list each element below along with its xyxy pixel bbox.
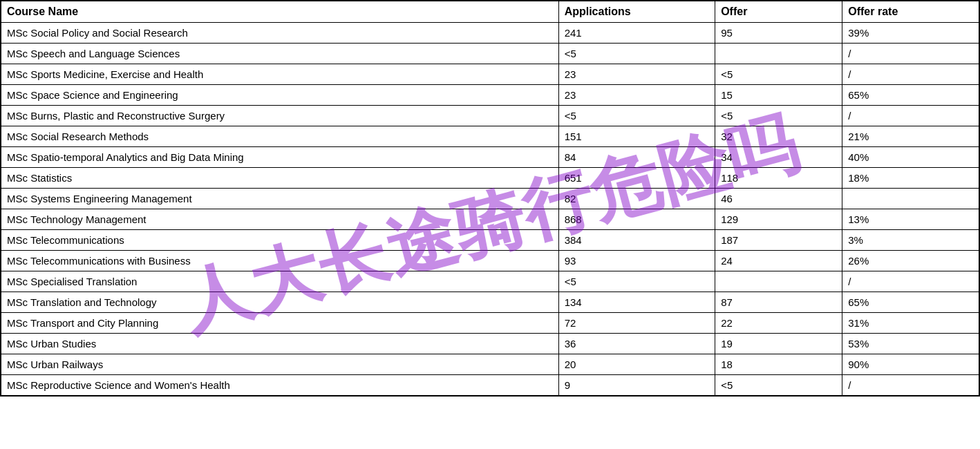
cell-offer-rate: 65% xyxy=(842,292,979,313)
cell-applications: <5 xyxy=(558,44,715,64)
table-body: MSc Social Policy and Social Research241… xyxy=(1,23,979,397)
cell-offer-rate: / xyxy=(842,271,979,292)
cell-offer: 19 xyxy=(715,334,842,354)
cell-offer-rate: 21% xyxy=(842,126,979,147)
cell-offer-rate: 3% xyxy=(842,230,979,251)
cell-course: MSc Reproductive Science and Women's Hea… xyxy=(1,375,558,397)
cell-course: MSc Social Research Methods xyxy=(1,126,558,147)
header-row: Course Name Applications Offer Offer rat… xyxy=(1,1,979,23)
cell-offer-rate: / xyxy=(842,64,979,85)
cell-offer: 187 xyxy=(715,230,842,251)
cell-offer: 24 xyxy=(715,251,842,271)
cell-offer: 32 xyxy=(715,126,842,147)
cell-course: MSc Burns, Plastic and Reconstructive Su… xyxy=(1,106,558,126)
table-row: MSc Specialised Translation<5/ xyxy=(1,271,979,292)
table-row: MSc Social Research Methods1513221% xyxy=(1,126,979,147)
cell-course: MSc Sports Medicine, Exercise and Health xyxy=(1,64,558,85)
cell-applications: 9 xyxy=(558,375,715,397)
cell-course: MSc Systems Engineering Management xyxy=(1,189,558,209)
cell-course: MSc Specialised Translation xyxy=(1,271,558,292)
cell-offer: 87 xyxy=(715,292,842,313)
cell-offer-rate: 26% xyxy=(842,251,979,271)
cell-offer: 15 xyxy=(715,85,842,106)
header-offer: Offer xyxy=(715,1,842,23)
cell-applications: 868 xyxy=(558,209,715,230)
cell-course: MSc Social Policy and Social Research xyxy=(1,23,558,44)
cell-applications: <5 xyxy=(558,106,715,126)
main-container: 人大长途骑行危险吗 Course Name Applications Offer… xyxy=(0,0,980,449)
cell-offer-rate: 65% xyxy=(842,85,979,106)
cell-applications: 36 xyxy=(558,334,715,354)
header-applications: Applications xyxy=(558,1,715,23)
cell-course: MSc Telecommunications with Business xyxy=(1,251,558,271)
cell-applications: 20 xyxy=(558,354,715,375)
cell-applications: 84 xyxy=(558,147,715,168)
cell-course: MSc Spatio-temporal Analytics and Big Da… xyxy=(1,147,558,168)
cell-offer-rate: 18% xyxy=(842,168,979,189)
cell-course: MSc Urban Railways xyxy=(1,354,558,375)
cell-course: MSc Speech and Language Sciences xyxy=(1,44,558,64)
cell-applications: 93 xyxy=(558,251,715,271)
cell-applications: 72 xyxy=(558,313,715,334)
table-row: MSc Urban Railways201890% xyxy=(1,354,979,375)
cell-offer xyxy=(715,44,842,64)
table-row: MSc Space Science and Engineering231565% xyxy=(1,85,979,106)
cell-offer-rate xyxy=(842,189,979,209)
cell-offer-rate: 31% xyxy=(842,313,979,334)
cell-course: MSc Urban Studies xyxy=(1,334,558,354)
cell-course: MSc Transport and City Planning xyxy=(1,313,558,334)
cell-offer: 22 xyxy=(715,313,842,334)
cell-applications: 23 xyxy=(558,64,715,85)
table-row: MSc Translation and Technology1348765% xyxy=(1,292,979,313)
cell-offer-rate: 13% xyxy=(842,209,979,230)
cell-course: MSc Statistics xyxy=(1,168,558,189)
cell-offer: 46 xyxy=(715,189,842,209)
cell-applications: 651 xyxy=(558,168,715,189)
cell-offer-rate: 40% xyxy=(842,147,979,168)
cell-offer: 95 xyxy=(715,23,842,44)
cell-offer-rate: / xyxy=(842,106,979,126)
cell-offer: <5 xyxy=(715,375,842,397)
table-row: MSc Social Policy and Social Research241… xyxy=(1,23,979,44)
cell-applications: <5 xyxy=(558,271,715,292)
cell-applications: 241 xyxy=(558,23,715,44)
cell-offer-rate: 53% xyxy=(842,334,979,354)
cell-offer: 34 xyxy=(715,147,842,168)
cell-offer-rate: / xyxy=(842,44,979,64)
cell-offer-rate: 39% xyxy=(842,23,979,44)
table-row: MSc Sports Medicine, Exercise and Health… xyxy=(1,64,979,85)
cell-offer-rate: / xyxy=(842,375,979,397)
table-row: MSc Transport and City Planning722231% xyxy=(1,313,979,334)
table-row: MSc Telecommunications3841873% xyxy=(1,230,979,251)
header-course: Course Name xyxy=(1,1,558,23)
table-row: MSc Burns, Plastic and Reconstructive Su… xyxy=(1,106,979,126)
cell-offer: <5 xyxy=(715,106,842,126)
data-table: Course Name Applications Offer Offer rat… xyxy=(0,0,980,397)
table-row: MSc Systems Engineering Management8246 xyxy=(1,189,979,209)
table-row: MSc Speech and Language Sciences<5/ xyxy=(1,44,979,64)
cell-course: MSc Technology Management xyxy=(1,209,558,230)
table-row: MSc Statistics65111818% xyxy=(1,168,979,189)
cell-applications: 134 xyxy=(558,292,715,313)
cell-offer: 118 xyxy=(715,168,842,189)
cell-applications: 82 xyxy=(558,189,715,209)
cell-offer xyxy=(715,271,842,292)
cell-offer: <5 xyxy=(715,64,842,85)
cell-course: MSc Telecommunications xyxy=(1,230,558,251)
cell-course: MSc Translation and Technology xyxy=(1,292,558,313)
table-row: MSc Technology Management86812913% xyxy=(1,209,979,230)
cell-applications: 151 xyxy=(558,126,715,147)
cell-course: MSc Space Science and Engineering xyxy=(1,85,558,106)
cell-offer: 18 xyxy=(715,354,842,375)
cell-applications: 23 xyxy=(558,85,715,106)
cell-applications: 384 xyxy=(558,230,715,251)
header-offer-rate: Offer rate xyxy=(842,1,979,23)
table-row: MSc Telecommunications with Business9324… xyxy=(1,251,979,271)
cell-offer: 129 xyxy=(715,209,842,230)
table-row: MSc Urban Studies361953% xyxy=(1,334,979,354)
table-row: MSc Spatio-temporal Analytics and Big Da… xyxy=(1,147,979,168)
cell-offer-rate: 90% xyxy=(842,354,979,375)
table-row: MSc Reproductive Science and Women's Hea… xyxy=(1,375,979,397)
